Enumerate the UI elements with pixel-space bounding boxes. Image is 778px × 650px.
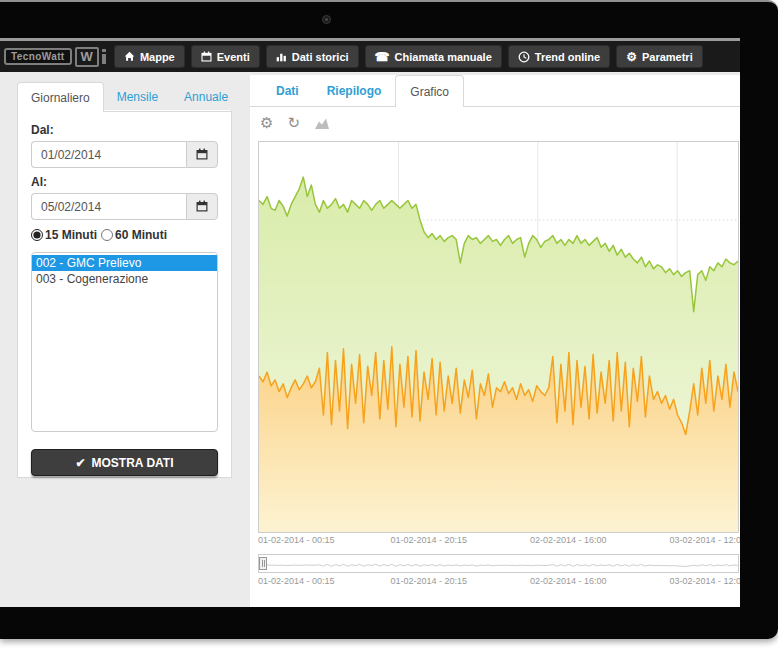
- trend-chart-svg: [259, 142, 738, 532]
- nav-button-parametri[interactable]: ⚙ Parametri: [616, 45, 703, 68]
- nav-button-eventi[interactable]: Eventi: [191, 45, 260, 68]
- x-axis-labels: 01-02-2014 - 00:1501-02-2014 - 20:1502-0…: [258, 535, 739, 546]
- x-axis-tick-label: 01-02-2014 - 20:15: [390, 535, 467, 545]
- app-screen: TecnoWatt W Mappe Eventi Dati storici ☎ …: [0, 38, 740, 607]
- logo-w-mark: W: [75, 47, 99, 67]
- tab-giornaliero[interactable]: Giornaliero: [17, 82, 104, 112]
- x-axis-tick-label: 02-02-2014 - 16:00: [530, 576, 607, 586]
- tab-dati[interactable]: Dati: [262, 75, 313, 106]
- mostra-dati-button[interactable]: ✔ MOSTRA DATI: [31, 449, 218, 476]
- settings-icon[interactable]: ⚙: [260, 115, 273, 131]
- webcam-dot: [322, 15, 331, 24]
- home-icon: [124, 51, 135, 62]
- from-date-input[interactable]: [31, 141, 186, 168]
- nav-button-dati-storici[interactable]: Dati storici: [266, 45, 359, 68]
- chart-navigator[interactable]: [258, 554, 739, 573]
- x-axis-tick-label: 02-02-2014 - 16:00: [530, 535, 607, 545]
- filter-panel: Dal: Al: 15 Minuti: [17, 110, 232, 478]
- tecnowatt-logo: TecnoWatt W: [4, 47, 106, 67]
- logo-i-mark: [102, 49, 106, 64]
- tab-grafico[interactable]: Grafico: [395, 75, 464, 107]
- to-date-label: Al:: [31, 175, 218, 189]
- interval-60-minuti[interactable]: 60 Minuti: [101, 228, 167, 242]
- nav-button-trend-online[interactable]: Trend online: [508, 45, 610, 68]
- calendar-icon: [201, 51, 212, 62]
- navigator-handle[interactable]: [259, 557, 267, 570]
- to-date-input[interactable]: [31, 193, 186, 220]
- calendar-icon: [196, 198, 208, 216]
- tab-mensile[interactable]: Mensile: [104, 82, 171, 111]
- x-axis-tick-label: 01-02-2014 - 00:15: [258, 535, 335, 545]
- tab-riepilogo[interactable]: Riepilogo: [313, 75, 396, 106]
- nav-button-chiamata-manuale[interactable]: ☎ Chiamata manuale: [365, 45, 502, 68]
- area-chart-icon[interactable]: [314, 116, 330, 130]
- period-tabs: Giornaliero Mensile Annuale: [17, 82, 232, 112]
- nav-button-mappe[interactable]: Mappe: [114, 45, 185, 68]
- from-date-label: Dal:: [31, 123, 218, 137]
- check-icon: ✔: [75, 456, 85, 470]
- list-item-cogenerazione[interactable]: 003 - Cogenerazione: [32, 271, 217, 287]
- from-date-calendar-button[interactable]: [186, 141, 218, 168]
- tab-annuale[interactable]: Annuale: [171, 82, 241, 111]
- x-axis-tick-label: 03-02-2014 - 12:00: [669, 535, 740, 545]
- calendar-icon: [196, 146, 208, 164]
- bar-chart-icon: [276, 51, 287, 62]
- meter-listbox[interactable]: 002 - GMC Prelievo 003 - Cogenerazione: [31, 252, 218, 432]
- refresh-icon[interactable]: ↻: [287, 115, 300, 131]
- results-panel: Dati Riepilogo Grafico ⚙ ↻ 01-02-2014 - …: [250, 75, 740, 607]
- list-item-gmc-prelievo[interactable]: 002 - GMC Prelievo: [32, 255, 217, 271]
- navigator-axis-labels: 01-02-2014 - 00:1501-02-2014 - 20:1502-0…: [258, 576, 739, 587]
- phone-icon: ☎: [375, 51, 390, 63]
- x-axis-tick-label: 03-02-2014 - 12:00: [669, 576, 740, 586]
- x-axis-tick-label: 01-02-2014 - 00:15: [258, 576, 335, 586]
- clock-icon: [518, 51, 530, 63]
- x-axis-tick-label: 01-02-2014 - 20:15: [390, 576, 467, 586]
- chart-toolbar: ⚙ ↻: [250, 107, 740, 137]
- interval-15-minuti[interactable]: 15 Minuti: [31, 228, 97, 242]
- trend-chart: [258, 141, 739, 533]
- top-navbar: TecnoWatt W Mappe Eventi Dati storici ☎ …: [0, 41, 740, 72]
- interval-options: 15 Minuti 60 Minuti: [31, 228, 218, 242]
- page: TecnoWatt W Mappe Eventi Dati storici ☎ …: [0, 0, 778, 650]
- gear-icon: ⚙: [626, 51, 637, 63]
- navigator-svg: [259, 555, 738, 572]
- logo-text: TecnoWatt: [4, 48, 72, 65]
- interval-15-radio[interactable]: [31, 229, 43, 241]
- to-date-calendar-button[interactable]: [186, 193, 218, 220]
- interval-60-radio[interactable]: [101, 229, 113, 241]
- result-tabs: Dati Riepilogo Grafico: [250, 75, 740, 107]
